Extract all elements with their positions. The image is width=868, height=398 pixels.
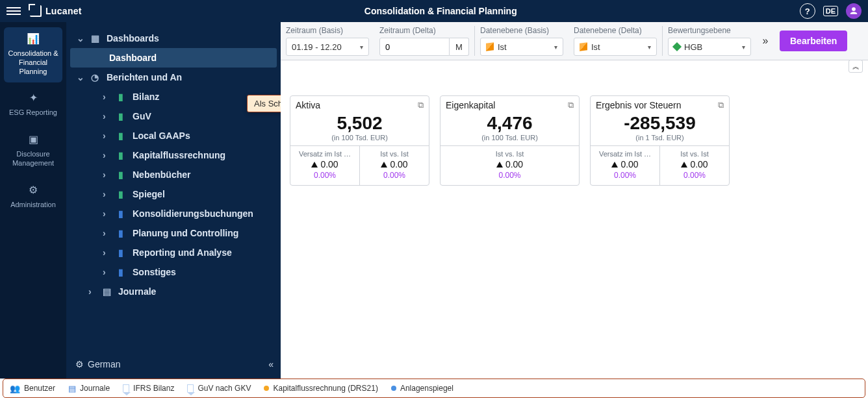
period-basis-select[interactable]: 01.19 - 12.20▾ xyxy=(286,38,369,56)
users-icon: 👥 xyxy=(10,384,20,393)
top-right: ? DE xyxy=(800,3,862,19)
collapse-up-icon[interactable]: ︽ xyxy=(849,60,863,73)
nav-tree: ⌄ ▦ Dashboards Dashboard ⌄ ◔ Berichten u… xyxy=(66,22,281,379)
filter-bar: Zeitraum (Basis) 01.19 - 12.20▾ Zeitraum… xyxy=(281,22,868,60)
kpi-value: 4,476 xyxy=(440,113,579,134)
kpi-title: Ergebnis vor Steuern xyxy=(596,100,682,110)
period-delta-unit[interactable]: M xyxy=(450,38,469,56)
kpi-value: 5,502 xyxy=(290,113,429,134)
kpi-card: Eigenkapital ⧉ 4,476 (in 100 Tsd. EUR) I… xyxy=(440,95,580,186)
rail-item-consolidation[interactable]: 📊 Consolidation & Financial Planning xyxy=(4,27,62,82)
folder-icon: ▮ xyxy=(116,150,126,160)
journal-icon: ▤ xyxy=(101,286,112,297)
filter-valuation: Bewertungsebene HGB▾ xyxy=(662,26,756,56)
diamond-icon xyxy=(672,42,682,51)
popout-icon[interactable]: ⧉ xyxy=(418,100,424,110)
grid-icon: ▦ xyxy=(90,33,100,44)
delta-up-icon xyxy=(496,162,503,168)
chevron-right-icon: › xyxy=(103,189,109,199)
filter-period-basis: Zeitraum (Basis) 01.19 - 12.20▾ xyxy=(286,26,374,56)
tree-node[interactable]: › ▮ Konsolidierungsbuchungen xyxy=(66,204,281,223)
folder-icon: ▮ xyxy=(116,267,126,277)
user-icon xyxy=(849,6,858,16)
gear-icon: ⚙ xyxy=(75,359,84,369)
kpi-card: Ergebnis vor Steuern ⧉ -285,539 (in 1 Ts… xyxy=(590,95,730,186)
rail-item-disclosure[interactable]: ▣ Disclosure Management xyxy=(4,128,62,175)
chevron-right-icon: › xyxy=(103,228,109,238)
tree-node[interactable]: › ▮ Local GAAPs xyxy=(66,126,281,145)
status-item[interactable]: Kapitalflussrechnung (DRS21) xyxy=(264,384,377,393)
more-filters-icon[interactable]: » xyxy=(756,35,774,47)
popout-icon[interactable]: ⧉ xyxy=(718,100,724,110)
delta-up-icon xyxy=(311,162,318,168)
tree-node[interactable]: › ▮ Sonstiges xyxy=(66,262,281,282)
tree-node[interactable]: › ▮ Kapitalflussrechnung xyxy=(66,145,281,165)
status-item[interactable]: ▤Journale xyxy=(68,384,110,393)
folder-icon: ▮ xyxy=(116,131,126,141)
tree-node-journals[interactable]: › ▤ Journale xyxy=(66,282,281,301)
doc-icon: ▤ xyxy=(68,384,76,393)
chevron-right-icon: › xyxy=(103,111,109,121)
chevron-down-icon: ▾ xyxy=(742,44,745,51)
chevron-right-icon: › xyxy=(103,169,109,180)
kpi-title: Aktiva xyxy=(296,100,320,110)
rail-item-esg[interactable]: ✦ ESG Reporting xyxy=(4,86,62,124)
popout-icon[interactable]: ⧉ xyxy=(568,100,574,110)
status-dot-icon xyxy=(264,386,269,391)
chart-icon: 📊 xyxy=(6,32,60,45)
kpi-card: Aktiva ⧉ 5,502 (in 100 Tsd. EUR) Versatz… xyxy=(290,95,429,186)
cube-icon xyxy=(580,42,587,51)
clock-icon: ◔ xyxy=(90,72,100,82)
tree-node[interactable]: › ▮ Nebenbücher xyxy=(66,165,281,184)
status-bar: 👥Benutzer▤JournaleIFRS BilanzGuV nach GK… xyxy=(3,379,865,398)
main-area: Zeitraum (Basis) 01.19 - 12.20▾ Zeitraum… xyxy=(281,22,868,379)
kpi-title: Eigenkapital xyxy=(446,100,495,110)
page-title: Consolidation & Financial Planning xyxy=(91,6,791,16)
tree-node-dashboard[interactable]: Dashboard xyxy=(70,48,277,68)
edit-button[interactable]: Bearbeiten xyxy=(780,31,847,51)
quick-access-tooltip: Als Schnellzugriff hinzufügen xyxy=(247,95,281,112)
tree-node-dashboards[interactable]: ⌄ ▦ Dashboards xyxy=(66,29,281,48)
avatar[interactable] xyxy=(846,3,862,19)
bookmark-icon xyxy=(187,384,194,392)
filter-layer-basis: Datenebene (Basis) Ist▾ xyxy=(474,26,568,56)
gear-icon: ⚙ xyxy=(6,184,60,197)
kpi-cards: Aktiva ⧉ 5,502 (in 100 Tsd. EUR) Versatz… xyxy=(281,60,868,195)
tree-node[interactable]: › ▮ Reporting und Analyse xyxy=(66,243,281,262)
chevron-right-icon: › xyxy=(103,131,109,141)
language-badge[interactable]: DE xyxy=(823,6,838,16)
delta-up-icon xyxy=(611,162,618,168)
chevron-down-icon: ⌄ xyxy=(77,72,83,82)
status-item[interactable]: Anlagenspiegel xyxy=(391,384,453,393)
help-icon[interactable]: ? xyxy=(800,3,815,19)
layer-delta-select[interactable]: Ist▾ xyxy=(574,38,657,56)
status-item[interactable]: GuV nach GKV xyxy=(187,384,251,393)
kpi-metric: Ist vs. Ist 0.00 0.00% xyxy=(440,146,579,185)
kpi-metric: Versatz im Ist … 0.00 0.00% xyxy=(591,146,659,185)
folder-icon: ▮ xyxy=(116,247,126,258)
layer-basis-select[interactable]: Ist▾ xyxy=(480,38,563,56)
kpi-metric: Versatz im Ist … 0.00 0.00% xyxy=(290,146,359,185)
folder-icon: ▮ xyxy=(116,228,126,238)
language-switcher[interactable]: ⚙German xyxy=(75,359,121,369)
collapse-icon[interactable]: « xyxy=(268,359,272,369)
status-item[interactable]: IFRS Bilanz xyxy=(123,384,174,393)
folder-icon: ▮ xyxy=(116,189,126,199)
status-item[interactable]: 👥Benutzer xyxy=(10,384,55,393)
tree-node[interactable]: › ▮ Planung und Controlling xyxy=(66,223,281,243)
kpi-unit: (in 1 Tsd. EUR) xyxy=(591,134,729,142)
tree-node[interactable]: › ▮ Spiegel xyxy=(66,184,281,204)
valuation-select[interactable]: HGB▾ xyxy=(668,38,751,56)
tree-footer: ⚙German « xyxy=(66,350,281,379)
rail-item-admin[interactable]: ⚙ Administration xyxy=(4,179,62,216)
menu-icon[interactable] xyxy=(6,7,21,15)
period-delta-input[interactable] xyxy=(379,38,450,56)
chevron-right-icon: › xyxy=(103,267,109,277)
chevron-down-icon: ▾ xyxy=(648,44,651,51)
cube-icon xyxy=(486,42,494,51)
top-bar: Lucanet Consolidation & Financial Planni… xyxy=(0,0,868,22)
kpi-value: -285,539 xyxy=(591,113,729,134)
chevron-right-icon: › xyxy=(103,247,109,258)
kpi-metric: Ist vs. Ist 0.00 0.00% xyxy=(359,146,429,185)
tree-node-reports[interactable]: ⌄ ◔ Berichten und An xyxy=(66,68,281,87)
